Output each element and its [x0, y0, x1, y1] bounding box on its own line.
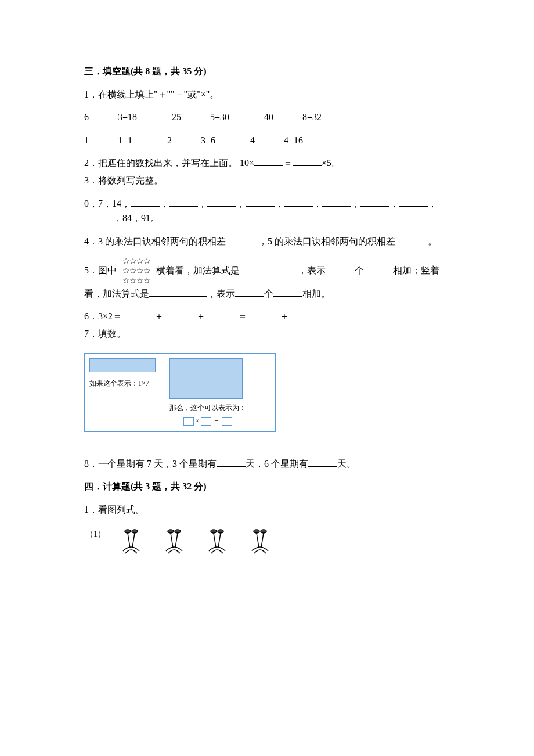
v: 25	[172, 112, 181, 122]
blank[interactable]	[395, 235, 428, 244]
blank[interactable]	[217, 458, 246, 467]
v: 1	[84, 135, 89, 145]
v: 3=18	[118, 112, 137, 122]
t: 如果这个表示：1×7	[89, 378, 165, 389]
svg-point-4	[168, 530, 174, 533]
q3-1-row1: 63=18 255=30 408=32	[84, 110, 450, 125]
t: ＝	[283, 158, 293, 168]
star-row: ☆☆☆☆	[122, 276, 150, 286]
big-rect-icon	[169, 358, 243, 399]
blank[interactable]	[254, 157, 283, 166]
q3-3: 3．将数列写完整。 0，7，14，，，，，，，，，，84，91。	[84, 173, 450, 226]
q3-1: 1．在横线上填上"＋""－"或"×"。 63=18 255=30 408=32 …	[84, 87, 450, 148]
blank[interactable]	[247, 310, 280, 319]
t: ＝	[213, 417, 220, 425]
t: 4．3 的乘法口诀相邻两句的积相差	[84, 236, 226, 246]
svg-line-14	[257, 533, 259, 548]
blank[interactable]	[273, 111, 302, 120]
v: 4	[250, 135, 255, 145]
blank[interactable]	[273, 287, 302, 297]
blank[interactable]	[364, 264, 393, 273]
blank[interactable]	[293, 157, 322, 166]
t: 个	[264, 289, 273, 298]
star-row: ☆☆☆☆	[122, 257, 150, 267]
blank[interactable]	[326, 264, 355, 273]
blank[interactable]	[240, 264, 298, 273]
t: ＋	[154, 311, 164, 321]
q7-expr: × ＝	[169, 416, 246, 427]
t: ＝	[238, 311, 247, 321]
svg-point-13	[261, 530, 266, 533]
t: ，5 的乘法口诀相邻两句的积相差	[258, 236, 395, 246]
blank[interactable]	[322, 197, 351, 207]
t: ，84，91。	[113, 213, 160, 223]
blank[interactable]	[360, 197, 389, 207]
svg-line-6	[171, 533, 173, 548]
q3-1-text: 1．在横线上填上"＋""－"或"×"。	[84, 87, 450, 102]
blank[interactable]	[235, 287, 264, 297]
t: 6．3×2＝	[84, 311, 122, 321]
blank[interactable]	[255, 134, 284, 143]
t: ×	[196, 417, 200, 425]
t: ×5。	[322, 158, 341, 168]
v: 6	[84, 112, 89, 122]
blank[interactable]	[131, 197, 160, 207]
t: ＋	[196, 311, 205, 321]
q3-3-seq: 0，7，14，，，，，，，，，，84，91。	[84, 196, 450, 226]
t: ，表示	[207, 289, 235, 298]
v: 2	[167, 135, 172, 145]
blank[interactable]	[84, 212, 113, 221]
box-input[interactable]	[201, 417, 211, 426]
blank[interactable]	[246, 197, 275, 207]
blank[interactable]	[284, 197, 313, 207]
blank[interactable]	[164, 310, 196, 319]
mushroom-pair-icon	[246, 525, 277, 557]
blank[interactable]	[181, 111, 210, 120]
star-row: ☆☆☆☆	[122, 267, 150, 276]
blank[interactable]	[205, 310, 238, 319]
q7-figure: 如果这个表示：1×7 那么，这个可以表示为： × ＝	[84, 353, 276, 432]
blank[interactable]	[207, 197, 236, 207]
q3-4: 4．3 的乘法口诀相邻两句的积相差，5 的乘法口诀相邻两句的积相差。	[84, 234, 450, 249]
t: 。	[428, 236, 437, 246]
v: 8=32	[302, 112, 322, 122]
v: 3=6	[201, 135, 215, 145]
q3-8: 8．一个星期有 7 天，3 个星期有天，6 个星期有天。	[84, 456, 450, 471]
svg-line-7	[175, 533, 178, 548]
blank[interactable]	[149, 287, 207, 297]
svg-point-12	[254, 530, 259, 533]
blank[interactable]	[399, 197, 428, 207]
mushroom-pair-icon	[160, 525, 192, 557]
t: 天，6 个星期有	[246, 459, 308, 469]
mushroom-pair-icon	[203, 525, 234, 557]
blank[interactable]	[169, 197, 198, 207]
svg-point-5	[175, 530, 181, 533]
svg-point-1	[132, 530, 138, 533]
svg-point-0	[125, 530, 131, 533]
svg-line-10	[214, 533, 216, 548]
blank[interactable]	[226, 235, 258, 244]
t: 3．将数列写完整。	[84, 173, 450, 188]
blank[interactable]	[172, 134, 201, 143]
mushroom-row: （1）	[84, 525, 450, 557]
blank[interactable]	[89, 134, 118, 143]
svg-line-15	[261, 533, 264, 548]
blank[interactable]	[308, 458, 337, 467]
q3-1-row2: 11=1 23=6 44=16	[84, 133, 450, 148]
svg-point-9	[218, 530, 223, 533]
t: 个	[355, 265, 364, 275]
box-input[interactable]	[183, 417, 194, 426]
t: 0，7，14，	[84, 199, 131, 208]
blank[interactable]	[89, 111, 118, 120]
blank[interactable]	[289, 310, 322, 319]
t: 横着看，加法算式是	[156, 265, 240, 275]
t: ，表示	[298, 265, 326, 275]
t: 天。	[337, 459, 356, 469]
t: 5．图中	[84, 265, 117, 275]
t: 7．填数。	[84, 326, 450, 341]
blank[interactable]	[122, 310, 154, 319]
q7-left: 如果这个表示：1×7	[89, 358, 165, 427]
v: 40	[264, 112, 273, 122]
svg-line-11	[218, 533, 221, 548]
box-input[interactable]	[222, 417, 232, 426]
